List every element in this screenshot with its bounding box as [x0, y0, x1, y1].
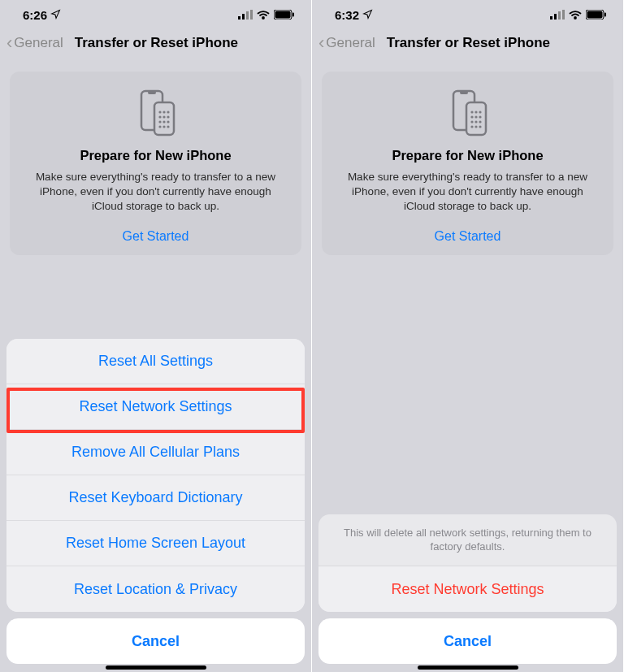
nav-bar: ‹ General Transfer or Reset iPhone	[0, 29, 311, 60]
svg-point-42	[474, 125, 477, 128]
right-screenshot: 6:32 ‹ General Transfer or Reset iPhone	[312, 0, 624, 672]
confirm-reset-network-button[interactable]: Reset Network Settings	[318, 566, 617, 612]
svg-point-13	[158, 115, 161, 118]
svg-point-12	[167, 111, 169, 113]
svg-point-18	[167, 120, 169, 123]
status-right	[550, 8, 607, 22]
status-bar: 6:32	[312, 0, 623, 29]
nav-bar: ‹ General Transfer or Reset iPhone	[312, 29, 623, 60]
devices-icon	[333, 86, 602, 138]
svg-rect-8	[148, 91, 156, 94]
card-description: Make sure everything's ready to transfer…	[21, 170, 290, 215]
svg-rect-1	[242, 14, 245, 20]
svg-point-38	[470, 120, 473, 123]
svg-rect-22	[550, 16, 552, 20]
svg-rect-9	[154, 102, 174, 135]
page-title: Transfer or Reset iPhone	[387, 35, 550, 51]
back-button[interactable]: ‹ General	[6, 34, 63, 52]
confirm-message: This will delete all network settings, r…	[318, 514, 617, 566]
page-title: Transfer or Reset iPhone	[75, 35, 238, 51]
svg-rect-6	[292, 12, 294, 16]
svg-point-15	[167, 115, 169, 118]
battery-icon	[274, 8, 295, 22]
status-time: 6:32	[335, 8, 359, 22]
prepare-card: Prepare for New iPhone Make sure everyth…	[322, 72, 613, 255]
cellular-icon	[238, 8, 253, 22]
home-indicator[interactable]	[418, 665, 518, 670]
confirm-group: This will delete all network settings, r…	[318, 514, 617, 612]
home-indicator[interactable]	[106, 665, 206, 670]
svg-rect-5	[275, 11, 291, 18]
svg-point-16	[158, 120, 161, 123]
location-icon	[50, 8, 61, 22]
status-bar: 6:26	[0, 0, 311, 29]
svg-point-10	[158, 111, 161, 113]
svg-point-43	[479, 125, 481, 128]
svg-point-40	[479, 120, 481, 123]
svg-point-20	[162, 125, 165, 128]
svg-point-39	[474, 120, 477, 123]
svg-rect-3	[250, 10, 253, 20]
svg-rect-2	[246, 11, 249, 20]
svg-rect-31	[466, 102, 486, 135]
svg-point-17	[162, 120, 165, 123]
back-label: General	[14, 35, 63, 51]
svg-rect-24	[558, 11, 561, 20]
get-started-link[interactable]: Get Started	[333, 229, 602, 244]
cellular-icon	[550, 8, 565, 22]
reset-network-settings[interactable]: Reset Network Settings	[6, 384, 305, 430]
wifi-icon	[257, 8, 270, 22]
reset-options-group: Reset All Settings Reset Network Setting…	[6, 339, 305, 612]
svg-point-37	[479, 115, 481, 118]
reset-action-sheet: Reset All Settings Reset Network Setting…	[6, 339, 305, 664]
location-icon	[362, 8, 373, 22]
card-title: Prepare for New iPhone	[21, 148, 290, 163]
wifi-icon	[569, 8, 582, 22]
chevron-left-icon: ‹	[6, 34, 12, 52]
reset-all-settings[interactable]: Reset All Settings	[6, 339, 305, 384]
devices-icon	[21, 86, 290, 138]
status-time: 6:26	[23, 8, 47, 22]
svg-point-41	[470, 125, 473, 128]
svg-rect-28	[604, 12, 606, 16]
svg-point-36	[474, 115, 477, 118]
card-title: Prepare for New iPhone	[333, 148, 602, 163]
status-right	[238, 8, 295, 22]
svg-point-33	[474, 111, 477, 113]
get-started-link[interactable]: Get Started	[21, 229, 290, 244]
svg-point-35	[470, 115, 473, 118]
back-button[interactable]: ‹ General	[318, 34, 375, 52]
svg-point-21	[167, 125, 169, 128]
svg-rect-25	[562, 10, 565, 20]
chevron-left-icon: ‹	[318, 34, 324, 52]
confirm-action-sheet: This will delete all network settings, r…	[318, 514, 617, 664]
svg-point-14	[162, 115, 165, 118]
prepare-card: Prepare for New iPhone Make sure everyth…	[10, 72, 301, 255]
reset-home-screen-layout[interactable]: Reset Home Screen Layout	[6, 521, 305, 566]
svg-point-19	[158, 125, 161, 128]
remove-cellular-plans[interactable]: Remove All Cellular Plans	[6, 430, 305, 475]
reset-keyboard-dictionary[interactable]: Reset Keyboard Dictionary	[6, 475, 305, 521]
svg-rect-23	[554, 14, 557, 20]
svg-point-11	[162, 111, 165, 113]
card-description: Make sure everything's ready to transfer…	[333, 170, 602, 215]
back-label: General	[326, 35, 375, 51]
cancel-button[interactable]: Cancel	[6, 618, 305, 664]
svg-point-32	[470, 111, 473, 113]
battery-icon	[586, 8, 607, 22]
svg-rect-27	[587, 11, 603, 18]
svg-rect-30	[460, 91, 468, 94]
svg-rect-0	[238, 16, 240, 20]
left-screenshot: 6:26 ‹ General Transfer or Reset iPhone	[0, 0, 312, 672]
reset-location-privacy[interactable]: Reset Location & Privacy	[6, 566, 305, 612]
cancel-button[interactable]: Cancel	[318, 618, 617, 664]
svg-point-34	[479, 111, 481, 113]
